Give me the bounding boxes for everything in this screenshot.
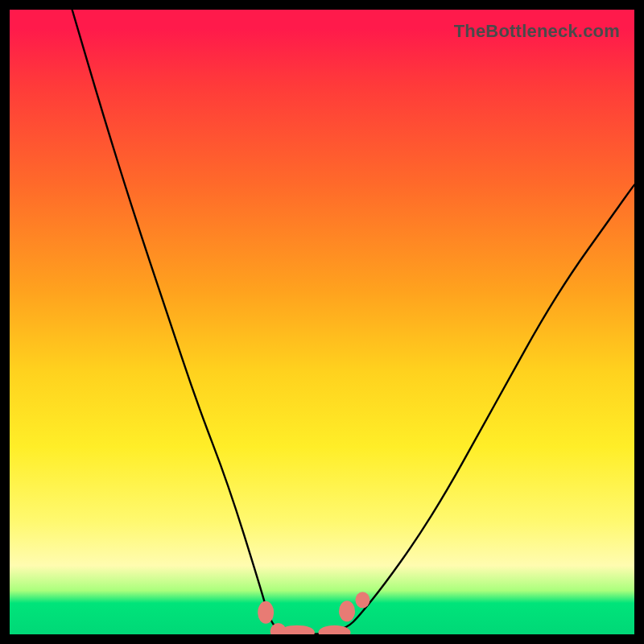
watermark-text: TheBottleneck.com [454,21,620,42]
svg-point-5 [355,592,369,608]
plot-area: TheBottleneck.com [10,10,634,634]
bottleneck-curve [72,10,634,634]
svg-point-0 [258,601,274,624]
curve-svg [10,10,634,634]
minimum-blob [258,592,369,634]
chart-frame: TheBottleneck.com [0,0,644,644]
svg-point-4 [339,601,355,621]
